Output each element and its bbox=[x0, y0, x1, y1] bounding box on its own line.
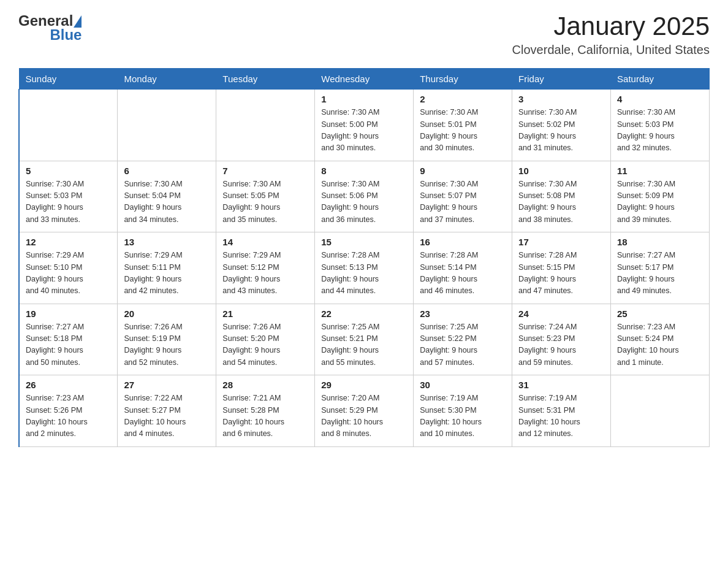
day-number: 27 bbox=[124, 380, 210, 390]
day-info: Sunrise: 7:29 AM Sunset: 5:10 PM Dayligh… bbox=[26, 250, 111, 297]
calendar-cell: 7Sunrise: 7:30 AM Sunset: 5:05 PM Daylig… bbox=[216, 161, 315, 232]
day-number: 23 bbox=[420, 308, 506, 319]
day-number: 13 bbox=[124, 237, 210, 247]
weekday-header-saturday: Saturday bbox=[611, 69, 710, 90]
calendar-cell: 6Sunrise: 7:30 AM Sunset: 5:04 PM Daylig… bbox=[118, 161, 216, 232]
calendar-cell bbox=[19, 90, 118, 161]
day-info: Sunrise: 7:21 AM Sunset: 5:28 PM Dayligh… bbox=[222, 393, 308, 440]
calendar-cell: 8Sunrise: 7:30 AM Sunset: 5:06 PM Daylig… bbox=[315, 161, 414, 232]
calendar-cell: 1Sunrise: 7:30 AM Sunset: 5:00 PM Daylig… bbox=[315, 90, 414, 161]
calendar-cell: 4Sunrise: 7:30 AM Sunset: 5:03 PM Daylig… bbox=[611, 90, 710, 161]
calendar-week-row: 19Sunrise: 7:27 AM Sunset: 5:18 PM Dayli… bbox=[19, 304, 710, 375]
day-number: 8 bbox=[321, 166, 407, 176]
day-number: 25 bbox=[617, 308, 703, 319]
day-number: 1 bbox=[321, 94, 407, 104]
day-info: Sunrise: 7:30 AM Sunset: 5:08 PM Dayligh… bbox=[518, 178, 604, 226]
calendar-week-row: 12Sunrise: 7:29 AM Sunset: 5:10 PM Dayli… bbox=[19, 232, 710, 304]
weekday-header-monday: Monday bbox=[118, 69, 216, 90]
day-info: Sunrise: 7:19 AM Sunset: 5:30 PM Dayligh… bbox=[420, 393, 506, 440]
calendar-cell: 26Sunrise: 7:23 AM Sunset: 5:26 PM Dayli… bbox=[19, 375, 118, 447]
calendar-cell bbox=[611, 375, 710, 447]
calendar-week-row: 5Sunrise: 7:30 AM Sunset: 5:03 PM Daylig… bbox=[19, 161, 710, 232]
day-number: 18 bbox=[617, 237, 703, 247]
day-info: Sunrise: 7:30 AM Sunset: 5:03 PM Dayligh… bbox=[26, 178, 111, 226]
day-number: 10 bbox=[518, 166, 604, 176]
day-info: Sunrise: 7:20 AM Sunset: 5:29 PM Dayligh… bbox=[321, 393, 407, 440]
day-info: Sunrise: 7:29 AM Sunset: 5:12 PM Dayligh… bbox=[222, 250, 308, 297]
calendar-cell: 28Sunrise: 7:21 AM Sunset: 5:28 PM Dayli… bbox=[216, 375, 315, 447]
day-number: 17 bbox=[518, 237, 604, 247]
day-info: Sunrise: 7:25 AM Sunset: 5:22 PM Dayligh… bbox=[420, 321, 506, 369]
logo-triangle-icon bbox=[74, 15, 82, 28]
day-number: 21 bbox=[222, 308, 308, 319]
calendar-cell bbox=[118, 90, 216, 161]
day-number: 22 bbox=[321, 308, 407, 319]
calendar-cell: 5Sunrise: 7:30 AM Sunset: 5:03 PM Daylig… bbox=[19, 161, 118, 232]
logo: General Blue bbox=[18, 12, 85, 42]
calendar-cell: 23Sunrise: 7:25 AM Sunset: 5:22 PM Dayli… bbox=[414, 304, 512, 375]
calendar-title: January 2025 bbox=[512, 12, 710, 40]
calendar-cell: 3Sunrise: 7:30 AM Sunset: 5:02 PM Daylig… bbox=[512, 90, 611, 161]
calendar-cell: 19Sunrise: 7:27 AM Sunset: 5:18 PM Dayli… bbox=[19, 304, 118, 375]
day-number: 28 bbox=[222, 380, 308, 390]
day-info: Sunrise: 7:24 AM Sunset: 5:23 PM Dayligh… bbox=[518, 321, 604, 369]
calendar-cell: 14Sunrise: 7:29 AM Sunset: 5:12 PM Dayli… bbox=[216, 232, 315, 304]
day-number: 16 bbox=[420, 237, 506, 247]
day-info: Sunrise: 7:25 AM Sunset: 5:21 PM Dayligh… bbox=[321, 321, 407, 369]
calendar-cell: 21Sunrise: 7:26 AM Sunset: 5:20 PM Dayli… bbox=[216, 304, 315, 375]
day-info: Sunrise: 7:23 AM Sunset: 5:24 PM Dayligh… bbox=[617, 321, 703, 369]
calendar-cell: 9Sunrise: 7:30 AM Sunset: 5:07 PM Daylig… bbox=[414, 161, 512, 232]
calendar-cell: 29Sunrise: 7:20 AM Sunset: 5:29 PM Dayli… bbox=[315, 375, 414, 447]
day-info: Sunrise: 7:28 AM Sunset: 5:14 PM Dayligh… bbox=[420, 250, 506, 297]
day-info: Sunrise: 7:30 AM Sunset: 5:01 PM Dayligh… bbox=[420, 107, 506, 155]
day-info: Sunrise: 7:30 AM Sunset: 5:07 PM Dayligh… bbox=[420, 178, 506, 226]
weekday-header-friday: Friday bbox=[512, 69, 611, 90]
weekday-header-row: SundayMondayTuesdayWednesdayThursdayFrid… bbox=[19, 69, 710, 90]
calendar-cell: 10Sunrise: 7:30 AM Sunset: 5:08 PM Dayli… bbox=[512, 161, 611, 232]
day-number: 12 bbox=[26, 237, 111, 247]
calendar-cell: 13Sunrise: 7:29 AM Sunset: 5:11 PM Dayli… bbox=[118, 232, 216, 304]
calendar-cell: 16Sunrise: 7:28 AM Sunset: 5:14 PM Dayli… bbox=[414, 232, 512, 304]
calendar-cell: 20Sunrise: 7:26 AM Sunset: 5:19 PM Dayli… bbox=[118, 304, 216, 375]
day-info: Sunrise: 7:22 AM Sunset: 5:27 PM Dayligh… bbox=[124, 393, 210, 440]
day-info: Sunrise: 7:23 AM Sunset: 5:26 PM Dayligh… bbox=[26, 393, 111, 440]
calendar-cell: 24Sunrise: 7:24 AM Sunset: 5:23 PM Dayli… bbox=[512, 304, 611, 375]
calendar-cell: 31Sunrise: 7:19 AM Sunset: 5:31 PM Dayli… bbox=[512, 375, 611, 447]
calendar-week-row: 1Sunrise: 7:30 AM Sunset: 5:00 PM Daylig… bbox=[19, 90, 710, 161]
calendar-week-row: 26Sunrise: 7:23 AM Sunset: 5:26 PM Dayli… bbox=[19, 375, 710, 447]
day-number: 15 bbox=[321, 237, 407, 247]
weekday-header-sunday: Sunday bbox=[19, 69, 118, 90]
day-info: Sunrise: 7:30 AM Sunset: 5:02 PM Dayligh… bbox=[518, 107, 604, 155]
day-info: Sunrise: 7:28 AM Sunset: 5:13 PM Dayligh… bbox=[321, 250, 407, 297]
day-info: Sunrise: 7:30 AM Sunset: 5:04 PM Dayligh… bbox=[124, 178, 210, 226]
day-info: Sunrise: 7:30 AM Sunset: 5:00 PM Dayligh… bbox=[321, 107, 407, 155]
day-number: 7 bbox=[222, 166, 308, 176]
day-info: Sunrise: 7:30 AM Sunset: 5:03 PM Dayligh… bbox=[617, 107, 703, 155]
logo-blue-text: Blue bbox=[50, 28, 82, 42]
day-info: Sunrise: 7:28 AM Sunset: 5:15 PM Dayligh… bbox=[518, 250, 604, 297]
calendar-cell: 2Sunrise: 7:30 AM Sunset: 5:01 PM Daylig… bbox=[414, 90, 512, 161]
calendar-cell: 18Sunrise: 7:27 AM Sunset: 5:17 PM Dayli… bbox=[611, 232, 710, 304]
weekday-header-wednesday: Wednesday bbox=[315, 69, 414, 90]
day-info: Sunrise: 7:26 AM Sunset: 5:19 PM Dayligh… bbox=[124, 321, 210, 369]
day-info: Sunrise: 7:30 AM Sunset: 5:06 PM Dayligh… bbox=[321, 178, 407, 226]
day-number: 11 bbox=[617, 166, 703, 176]
day-info: Sunrise: 7:30 AM Sunset: 5:05 PM Dayligh… bbox=[222, 178, 308, 226]
day-info: Sunrise: 7:27 AM Sunset: 5:18 PM Dayligh… bbox=[26, 321, 111, 369]
weekday-header-thursday: Thursday bbox=[414, 69, 512, 90]
day-number: 31 bbox=[518, 380, 604, 390]
page-header: General Blue January 2025 Cloverdale, Ca… bbox=[18, 12, 710, 57]
day-number: 6 bbox=[124, 166, 210, 176]
calendar-cell bbox=[216, 90, 315, 161]
calendar-subtitle: Cloverdale, California, United States bbox=[512, 43, 710, 57]
day-number: 9 bbox=[420, 166, 506, 176]
day-number: 24 bbox=[518, 308, 604, 319]
day-number: 14 bbox=[222, 237, 308, 247]
day-number: 2 bbox=[420, 94, 506, 104]
day-number: 3 bbox=[518, 94, 604, 104]
day-number: 20 bbox=[124, 308, 210, 319]
calendar-table: SundayMondayTuesdayWednesdayThursdayFrid… bbox=[18, 68, 710, 447]
calendar-cell: 22Sunrise: 7:25 AM Sunset: 5:21 PM Dayli… bbox=[315, 304, 414, 375]
calendar-cell: 17Sunrise: 7:28 AM Sunset: 5:15 PM Dayli… bbox=[512, 232, 611, 304]
weekday-header-tuesday: Tuesday bbox=[216, 69, 315, 90]
